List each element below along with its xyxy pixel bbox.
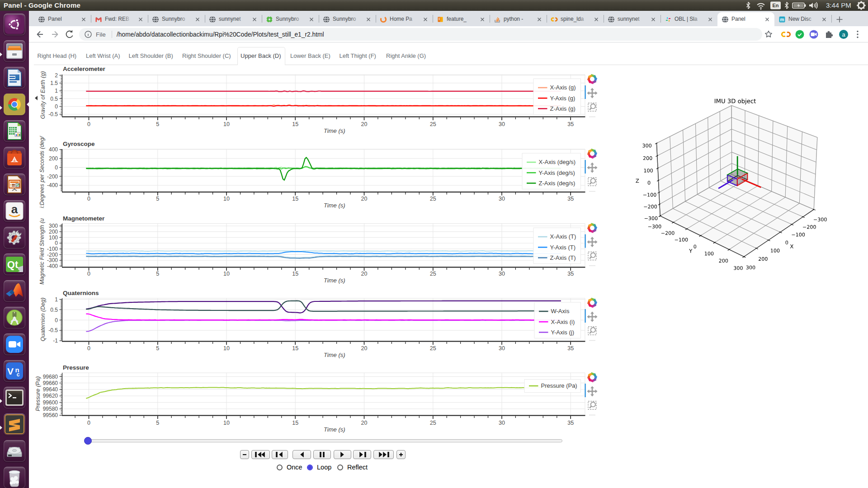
svg-text:20: 20 xyxy=(361,271,368,277)
svg-text:30: 30 xyxy=(499,345,505,352)
svg-text:30: 30 xyxy=(499,271,505,277)
svg-text:Gravity of Earth (g): Gravity of Earth (g) xyxy=(40,71,46,119)
svg-text:5: 5 xyxy=(156,121,159,127)
svg-text:Time (s): Time (s) xyxy=(324,277,345,284)
svg-text:Z-Axis (deg/s): Z-Axis (deg/s) xyxy=(539,180,576,187)
svg-text:2: 2 xyxy=(55,72,58,79)
svg-text:35: 35 xyxy=(567,345,574,352)
svg-text:Y-Axis (T): Y-Axis (T) xyxy=(550,244,576,251)
svg-text:0: 0 xyxy=(55,317,58,324)
svg-text:35: 35 xyxy=(567,196,574,202)
svg-text:0.5: 0.5 xyxy=(50,96,58,102)
svg-text:99600: 99600 xyxy=(43,399,58,406)
svg-text:X-Axis (deg/s): X-Axis (deg/s) xyxy=(539,159,576,165)
svg-text:Quaternion (Deg): Quaternion (Deg) xyxy=(40,298,46,342)
svg-text:Qt: Qt xyxy=(7,259,19,270)
svg-text:10: 10 xyxy=(223,345,230,352)
svg-text:15: 15 xyxy=(292,345,298,352)
svg-text:35: 35 xyxy=(567,420,574,426)
svg-text:10: 10 xyxy=(223,420,230,426)
svg-text:10: 10 xyxy=(223,196,230,202)
svg-text:Y-Axis (deg/s): Y-Axis (deg/s) xyxy=(539,169,575,176)
svg-text:20: 20 xyxy=(361,345,368,352)
svg-text:99620: 99620 xyxy=(43,393,58,399)
svg-text:Accelerometer: Accelerometer xyxy=(63,66,106,72)
svg-text:m: m xyxy=(780,17,784,22)
svg-text:Magnetic Field Strength (u: Magnetic Field Strength (u xyxy=(39,218,45,285)
svg-text:X-Axis (g): X-Axis (g) xyxy=(550,84,576,91)
svg-text:Y-Axis (g): Y-Axis (g) xyxy=(550,95,576,102)
svg-text:25: 25 xyxy=(430,420,436,426)
svg-text:99640: 99640 xyxy=(43,386,58,393)
svg-text:a: a xyxy=(11,202,18,216)
svg-text:Quaternions: Quaternions xyxy=(63,290,99,296)
svg-text:W-Axis: W-Axis xyxy=(551,308,570,314)
svg-text:Time (s): Time (s) xyxy=(324,127,345,134)
svg-text:25: 25 xyxy=(430,271,436,277)
svg-text:X-Axis (T): X-Axis (T) xyxy=(550,233,576,240)
svg-text:i:Degrees per Seconds (deg/: i:Degrees per Seconds (deg/ xyxy=(39,136,45,208)
svg-text:5: 5 xyxy=(156,196,159,202)
svg-text:Pressure (Pa): Pressure (Pa) xyxy=(541,382,577,389)
svg-text:25: 25 xyxy=(430,196,436,202)
svg-text:30: 30 xyxy=(499,420,505,426)
svg-text:99560: 99560 xyxy=(43,412,58,418)
svg-text:5: 5 xyxy=(156,271,159,277)
svg-text:3:44 PM: 3:44 PM xyxy=(826,1,851,9)
svg-text:99660: 99660 xyxy=(43,380,58,386)
svg-text:25: 25 xyxy=(430,345,436,352)
svg-text:15: 15 xyxy=(292,196,298,202)
svg-text:En: En xyxy=(772,3,778,8)
svg-text:35: 35 xyxy=(567,271,574,277)
svg-text:0: 0 xyxy=(87,420,90,426)
svg-text:1: 1 xyxy=(55,88,58,94)
svg-text:a: a xyxy=(842,31,845,38)
svg-text:/home/abdo/datacollectionbacki: /home/abdo/datacollectionbackimu/Rpi%20C… xyxy=(117,31,324,38)
svg-text:1: 1 xyxy=(55,296,58,303)
svg-text:0: 0 xyxy=(87,345,90,352)
svg-text:1.5: 1.5 xyxy=(50,80,58,86)
svg-text:Time (s): Time (s) xyxy=(324,426,345,433)
svg-text:Pressure (Pa): Pressure (Pa) xyxy=(35,376,41,411)
svg-text:5: 5 xyxy=(156,345,159,352)
svg-text:Time (s): Time (s) xyxy=(324,202,345,209)
svg-text:X-Axis (i): X-Axis (i) xyxy=(551,319,575,325)
svg-text:5: 5 xyxy=(156,420,159,426)
svg-text:Z-Axis (g): Z-Axis (g) xyxy=(550,105,576,112)
svg-text:-200: -200 xyxy=(47,174,58,180)
svg-text:-400: -400 xyxy=(47,182,58,188)
svg-text:25: 25 xyxy=(430,121,436,127)
svg-text:10: 10 xyxy=(223,271,230,277)
svg-text:Gyroscope: Gyroscope xyxy=(63,141,95,147)
svg-text:-0.5: -0.5 xyxy=(48,327,58,333)
svg-text:0.5: 0.5 xyxy=(50,307,58,313)
svg-text:0: 0 xyxy=(87,196,90,202)
svg-text:15: 15 xyxy=(292,121,298,127)
svg-text:-0.5: -0.5 xyxy=(48,111,58,117)
svg-text:20: 20 xyxy=(361,420,368,426)
svg-text:20: 20 xyxy=(361,196,368,202)
svg-text:Y-Axis (j): Y-Axis (j) xyxy=(551,329,575,336)
svg-text:c: c xyxy=(17,371,20,378)
svg-text:-1: -1 xyxy=(53,338,58,344)
svg-text:0: 0 xyxy=(55,164,58,171)
svg-text:V: V xyxy=(7,366,14,376)
svg-text:200: 200 xyxy=(49,155,58,162)
svg-text:15: 15 xyxy=(292,271,298,277)
svg-text:35: 35 xyxy=(567,121,574,127)
svg-text:10: 10 xyxy=(223,121,230,127)
svg-text:File: File xyxy=(96,31,106,38)
svg-text:99680: 99680 xyxy=(43,374,58,380)
svg-text:0: 0 xyxy=(55,103,58,110)
svg-text:0: 0 xyxy=(87,271,90,277)
svg-text:Z-Axis (T): Z-Axis (T) xyxy=(550,254,576,261)
svg-text:99580: 99580 xyxy=(43,406,58,412)
svg-text:Magnetometer: Magnetometer xyxy=(63,215,105,222)
svg-text:20: 20 xyxy=(361,121,368,127)
svg-text:30: 30 xyxy=(499,196,505,202)
svg-text:-400: -400 xyxy=(47,263,58,269)
svg-text:15: 15 xyxy=(292,420,298,426)
svg-text:0: 0 xyxy=(87,121,90,127)
svg-text:Pressure: Pressure xyxy=(63,364,89,371)
svg-text:30: 30 xyxy=(499,121,505,127)
